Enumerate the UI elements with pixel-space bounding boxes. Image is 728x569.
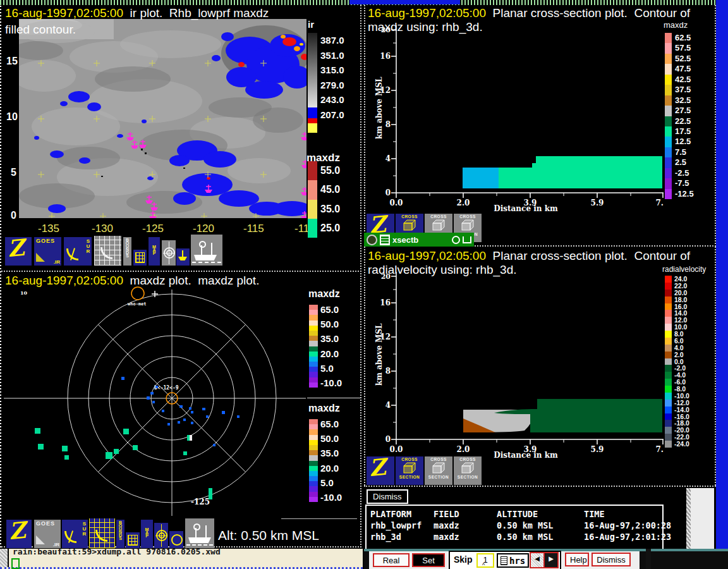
cross-label: CROSS bbox=[396, 214, 423, 219]
window-resize-button[interactable] bbox=[463, 236, 471, 243]
zebra-logo-button[interactable]: Z bbox=[367, 456, 394, 485]
window-menu-button[interactable] bbox=[367, 235, 377, 245]
goes-ir-button[interactable]: GOES .IR bbox=[34, 520, 61, 548]
cross-section-button[interactable]: CROSS SECTION bbox=[454, 456, 482, 485]
window-minimize-button[interactable] bbox=[452, 236, 460, 244]
colorbar-swatch bbox=[665, 85, 672, 95]
colorbar-label: 20.0 bbox=[674, 290, 689, 297]
bounds-label: BOUNDS bbox=[118, 520, 123, 539]
skip-value-field[interactable]: 1 bbox=[476, 553, 494, 568]
set-time-button[interactable]: Set Time bbox=[412, 553, 445, 567]
zebra-logo-button[interactable]: Z bbox=[6, 520, 32, 548]
xterm-window[interactable]: rain:beaufait:59>xdump.all 970816.0205.x… bbox=[0, 549, 363, 569]
ir-ytick: 5 bbox=[11, 167, 16, 178]
xsect-maxdz-plot: 20 16 12 8 4 0 0.0 2.0 3.9 5.9 7. Distan… bbox=[374, 22, 665, 212]
buoy-icon bbox=[182, 250, 183, 257]
grid-radar-button[interactable] bbox=[94, 236, 121, 266]
ir-colorbar-yellow-block bbox=[308, 123, 317, 133]
ship-button[interactable] bbox=[185, 518, 214, 548]
bounds-button[interactable]: BOUNDS bbox=[116, 520, 124, 548]
table-cell: 16-Aug-97,2:00:28 bbox=[584, 520, 671, 531]
table-cell: 16-Aug-97,2:01:23 bbox=[584, 531, 671, 542]
colorbar-swatch bbox=[665, 379, 672, 386]
radar-curve-icon bbox=[100, 247, 112, 259]
help-button[interactable]: Help bbox=[565, 553, 589, 566]
step-forward-button[interactable]: ▶ bbox=[543, 552, 559, 568]
xsectb-titlebar[interactable]: xsectb bbox=[364, 233, 474, 247]
map-button[interactable]: MAP bbox=[141, 520, 153, 548]
colorbar-swatch bbox=[309, 440, 318, 445]
hrs-units-button[interactable]: hrs bbox=[497, 553, 529, 568]
buoy-button[interactable] bbox=[176, 248, 190, 266]
colorbar-swatch bbox=[665, 386, 672, 393]
root-window-strip bbox=[716, 0, 728, 569]
step-back-button[interactable]: ◀ bbox=[530, 552, 545, 568]
z-glyph: Z bbox=[368, 456, 387, 481]
cross-section-button[interactable]: CROSS SECTION bbox=[425, 456, 452, 485]
cube-icon bbox=[430, 219, 447, 231]
bounds-button[interactable]: BOUNDS bbox=[123, 237, 131, 266]
map-button[interactable]: MAP bbox=[149, 237, 160, 266]
cross-section-button-active[interactable]: CROSS SECTION bbox=[396, 456, 423, 485]
ir-xtick: -135 bbox=[38, 223, 59, 235]
table-cell: rhb_3d bbox=[370, 531, 434, 542]
circle-button[interactable] bbox=[169, 531, 183, 548]
surveillance-radar-button[interactable]: SUR bbox=[64, 237, 92, 266]
cube-icon bbox=[401, 219, 418, 231]
waterline bbox=[192, 262, 221, 263]
ir-ytick: 0 bbox=[11, 210, 16, 221]
ppi-plot: who-met b<-12<-9 10 -125 bbox=[4, 286, 307, 518]
polar-web-button[interactable] bbox=[154, 523, 168, 548]
satellite-dish-icon bbox=[36, 253, 45, 262]
colorbar-label: 35.0 bbox=[320, 331, 342, 346]
panel-xsect-maxdz: 16-aug-1997,02:05:00 Planar cross-sectio… bbox=[364, 5, 716, 247]
ship-button[interactable] bbox=[191, 235, 222, 266]
ppi-geo-label-10: 10 bbox=[20, 290, 28, 296]
cube-icon bbox=[401, 462, 418, 474]
radar-curve-icon bbox=[95, 530, 107, 542]
colorbar-swatch bbox=[665, 345, 672, 352]
small-grid-button[interactable] bbox=[133, 250, 147, 266]
goes-ir-button[interactable]: GOES .IR bbox=[34, 237, 61, 266]
polar-web-button[interactable] bbox=[162, 240, 176, 266]
ytick: 16 bbox=[380, 298, 391, 307]
iconified-scrollbar-window[interactable] bbox=[686, 488, 714, 549]
grid-radar-button[interactable] bbox=[89, 518, 115, 548]
platform-field-table: PLATFORMFIELDALTITUDETIMErhb_lowprfmaxdz… bbox=[365, 505, 664, 554]
ir-xtick: -125 bbox=[142, 223, 164, 235]
dismiss-control-button[interactable]: Dismiss bbox=[592, 553, 631, 566]
small-grid-button[interactable] bbox=[126, 532, 140, 548]
ytick: 8 bbox=[385, 367, 391, 376]
ppi-colorbar2-swatches bbox=[309, 419, 318, 502]
xb-colorbar-labels: 24.022.020.018.016.014.012.010.08.06.04.… bbox=[674, 276, 689, 448]
cross-label: CROSS bbox=[425, 457, 452, 462]
colorbar-swatch bbox=[309, 315, 318, 320]
colorbar-swatch bbox=[309, 429, 318, 434]
units-doc-icon bbox=[500, 556, 507, 565]
ytick: 20 bbox=[381, 272, 391, 281]
dismiss-table-button[interactable]: Dismiss bbox=[367, 489, 408, 504]
surveillance-radar-button[interactable]: SUR bbox=[62, 520, 88, 548]
ir-maxdz-colorbar-swatches bbox=[308, 161, 317, 238]
ppi-echo-white bbox=[190, 435, 192, 441]
ppi-colorbar1-swatches bbox=[309, 305, 318, 388]
xa-title: 16-aug-1997,02:05:00 Planar cross-sectio… bbox=[368, 6, 690, 20]
ppi-colorbar1-title: maxdz bbox=[308, 288, 340, 300]
zebra-logo-button[interactable]: Z bbox=[5, 237, 32, 266]
cross-label: CROSS bbox=[396, 457, 423, 462]
colorbar-swatch bbox=[665, 324, 672, 331]
grid-icon bbox=[128, 535, 138, 546]
colorbar-swatch bbox=[665, 126, 672, 137]
real-time-button[interactable]: Real Time bbox=[373, 553, 410, 567]
cube-icon bbox=[459, 462, 476, 474]
ppi-geo-label-125: -125 bbox=[191, 498, 210, 506]
xb-title-rest: Planar cross-section plot. Contour of bbox=[486, 249, 690, 262]
colorbar-swatch bbox=[309, 424, 318, 429]
ir-ytick: 10 bbox=[6, 111, 18, 123]
skip-stepper-caret[interactable]: ^ bbox=[482, 562, 485, 568]
colorbar-swatch bbox=[309, 367, 318, 372]
colorbar-label: -10.0 bbox=[320, 376, 342, 390]
colorbar-swatch bbox=[309, 471, 318, 476]
colorbar-swatch bbox=[309, 362, 318, 367]
xtick: 7. bbox=[655, 199, 664, 207]
